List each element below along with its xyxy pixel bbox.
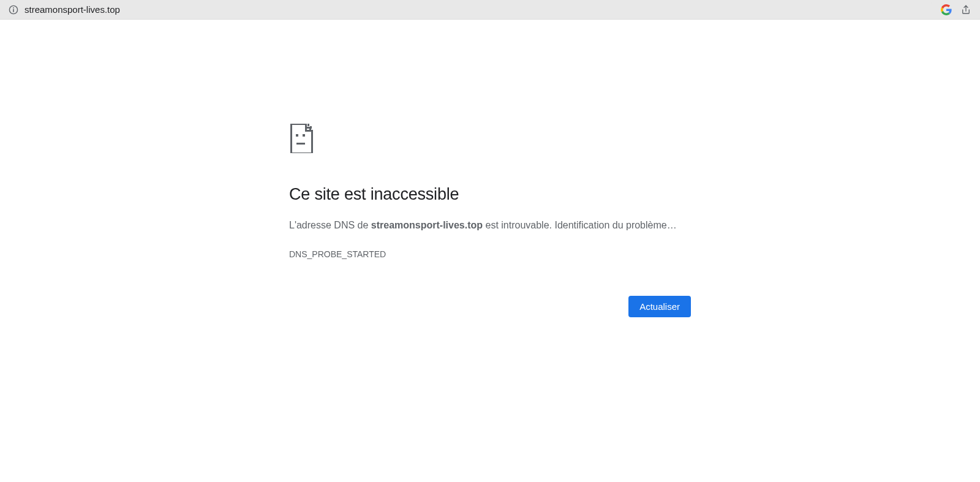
- url-text: streamonsport-lives.top: [24, 4, 120, 15]
- svg-rect-1: [13, 9, 14, 12]
- svg-rect-5: [296, 134, 298, 137]
- error-desc-prefix: L'adresse DNS de: [289, 220, 371, 230]
- google-icon[interactable]: [941, 4, 952, 15]
- error-code: DNS_PROBE_STARTED: [289, 249, 691, 259]
- error-desc-suffix: est introuvable. Identification du probl…: [483, 220, 677, 230]
- error-description: L'adresse DNS de streamonsport-lives.top…: [289, 217, 691, 233]
- error-container: Ce site est inaccessible L'adresse DNS d…: [289, 124, 691, 482]
- svg-rect-7: [296, 143, 305, 145]
- omnibox-bar: streamonsport-lives.top: [0, 0, 980, 20]
- error-page-content: Ce site est inaccessible L'adresse DNS d…: [0, 20, 980, 482]
- toolbar-right: [935, 4, 975, 15]
- error-heading: Ce site est inaccessible: [289, 185, 691, 204]
- button-row: Actualiser: [289, 296, 691, 317]
- error-desc-domain: streamonsport-lives.top: [371, 220, 483, 230]
- sad-page-icon: [289, 124, 314, 153]
- site-info-icon[interactable]: [9, 5, 18, 15]
- svg-rect-4: [310, 126, 312, 129]
- svg-rect-6: [303, 134, 305, 137]
- svg-rect-3: [307, 124, 309, 126]
- omnibox[interactable]: streamonsport-lives.top: [5, 1, 935, 18]
- share-icon[interactable]: [960, 4, 971, 15]
- svg-rect-2: [13, 7, 14, 9]
- reload-button[interactable]: Actualiser: [628, 296, 691, 317]
